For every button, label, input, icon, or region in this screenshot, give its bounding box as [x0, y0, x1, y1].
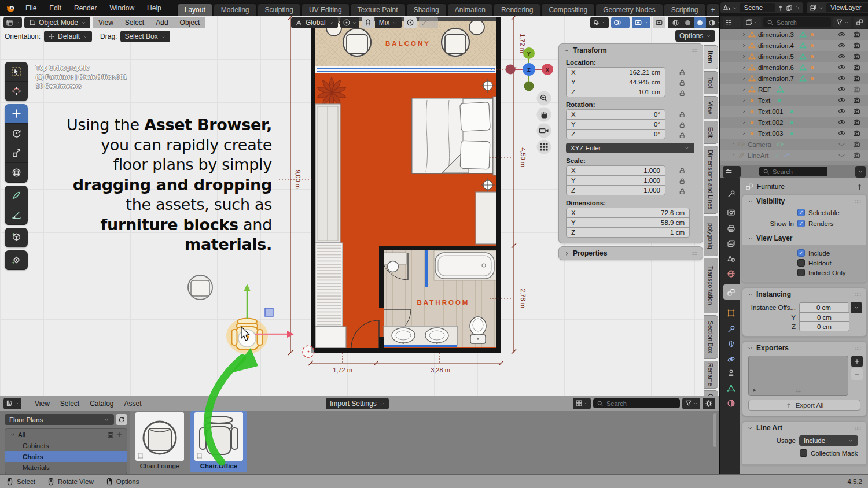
chevron-right-icon[interactable]: [741, 131, 746, 136]
menu-file[interactable]: File: [19, 1, 43, 15]
proportional-editing-toggle[interactable]: [404, 17, 417, 28]
menu-edit[interactable]: Edit: [43, 1, 68, 15]
properties-editor-type[interactable]: [723, 166, 741, 178]
properties-tab-constraints[interactable]: [722, 365, 740, 380]
blender-logo-icon[interactable]: [2, 3, 19, 13]
pivot-point-dropdown[interactable]: [340, 17, 359, 28]
properties-tab-output[interactable]: [722, 221, 740, 236]
chevron-down-icon[interactable]: [10, 432, 16, 438]
add-workspace-tab[interactable]: +: [707, 3, 720, 16]
outliner-item-dimension.5[interactable]: dimension.5a: [720, 51, 868, 62]
duplicate-icon[interactable]: [786, 5, 793, 12]
workspace-tab-texture-paint[interactable]: Texture Paint: [350, 3, 406, 16]
viewport-menu-view[interactable]: View: [93, 17, 119, 28]
tool-add-empty[interactable]: [5, 250, 28, 270]
sidebar-tab-dimensions-and-lines[interactable]: Dimensions and Lines: [704, 146, 718, 214]
outliner-item-text[interactable]: aTexta: [720, 95, 868, 106]
render-visibility-toggle[interactable]: [853, 151, 860, 159]
chevron-right-icon[interactable]: [741, 98, 746, 103]
import-settings-dropdown[interactable]: Import Settings: [326, 398, 389, 409]
render-visibility-toggle[interactable]: [853, 130, 860, 137]
shading-rendered-button[interactable]: [706, 17, 719, 28]
asset-search-input[interactable]: Search: [593, 398, 680, 408]
indirect-only-checkbox[interactable]: [797, 269, 805, 276]
line-art-usage-dropdown[interactable]: Include: [799, 435, 858, 446]
visibility-toggle[interactable]: [838, 86, 845, 93]
lock-open-icon[interactable]: [678, 167, 686, 174]
visibility-toggle[interactable]: [838, 75, 845, 82]
lock-open-icon[interactable]: [678, 121, 686, 128]
properties-tab-render[interactable]: [722, 205, 740, 220]
shading-wireframe-button[interactable]: [670, 17, 682, 28]
lock-open-icon[interactable]: [678, 110, 686, 118]
pan-hand-icon[interactable]: [537, 108, 551, 122]
properties-tab-modifiers[interactable]: [722, 321, 740, 337]
camera-icon[interactable]: [853, 31, 860, 38]
instance-offset-z-field[interactable]: 0 cm: [799, 321, 849, 331]
asset-menu-catalog[interactable]: Catalog: [84, 400, 119, 408]
camera-icon[interactable]: [853, 119, 860, 126]
asset-editor-type[interactable]: [3, 398, 21, 409]
pin-icon[interactable]: [777, 5, 784, 12]
asset-library-dropdown[interactable]: Floor Plans: [5, 414, 114, 425]
outliner-item-dimension.3[interactable]: dimension.3a: [720, 29, 868, 40]
field-y[interactable]: Y58.9 cm: [566, 217, 690, 228]
show-gizmos-toggle[interactable]: [590, 17, 609, 28]
lock-open-icon[interactable]: [678, 177, 686, 184]
properties-tab-scene[interactable]: [722, 251, 740, 266]
chevron-right-icon[interactable]: [741, 76, 746, 81]
catalog-cabinets[interactable]: Cabinets: [5, 440, 127, 451]
chevron-right-icon[interactable]: [731, 142, 736, 147]
properties-tab-collection[interactable]: [723, 284, 740, 300]
lock-open-icon[interactable]: [678, 187, 686, 195]
transform-orientation-dropdown[interactable]: Global: [291, 17, 338, 28]
rotation-mode-dropdown[interactable]: XYZ Euler: [566, 143, 694, 153]
render-visibility-toggle[interactable]: [853, 86, 860, 93]
visibility-toggle[interactable]: [838, 119, 845, 126]
sidebar-tab-edit[interactable]: Edit: [704, 121, 718, 144]
remove-exporter-button[interactable]: [851, 368, 863, 380]
tool-transform[interactable]: [5, 163, 28, 183]
sidebar-tab-cl[interactable]: CL: [704, 390, 718, 396]
lock-open-icon[interactable]: [678, 79, 686, 86]
chevron-right-icon[interactable]: [741, 109, 746, 114]
properties-tab-object[interactable]: [722, 305, 740, 320]
tool-cursor[interactable]: [5, 82, 28, 101]
camera-icon[interactable]: [853, 141, 860, 148]
eye-closed-icon[interactable]: [838, 151, 845, 159]
properties-tab-tool[interactable]: [722, 186, 740, 201]
outliner-item-camera[interactable]: Camera: [720, 139, 868, 150]
asset-menu-asset[interactable]: Asset: [119, 400, 147, 408]
visibility-toggle[interactable]: [838, 97, 845, 104]
workspace-tab-compositing[interactable]: Compositing: [541, 3, 595, 16]
workspace-tab-uv-editing[interactable]: UV Editing: [301, 3, 350, 16]
renders-checkbox[interactable]: ✓: [797, 220, 805, 227]
outliner-display-mode[interactable]: [723, 17, 741, 28]
display-mode-button[interactable]: [573, 398, 591, 409]
lock-open-icon[interactable]: [678, 68, 686, 76]
hide-toggle[interactable]: [838, 141, 845, 148]
plus-icon[interactable]: [116, 431, 123, 438]
visibility-toggle[interactable]: [838, 31, 845, 38]
outliner-filter-mode[interactable]: [743, 17, 761, 28]
asset-tile-chair-lounge[interactable]: Chair.Lounge: [134, 412, 186, 469]
visibility-toggle[interactable]: [838, 53, 845, 60]
camera-icon[interactable]: [853, 108, 860, 115]
catalog-materials[interactable]: Materials: [5, 462, 127, 473]
tool-rotate[interactable]: [5, 124, 28, 143]
sidebar-tab-polygoniq[interactable]: polygoniq: [704, 216, 718, 256]
camera-icon[interactable]: [853, 42, 860, 49]
outliner-item-lineart[interactable]: LineArt: [720, 150, 868, 161]
workspace-tab-layout[interactable]: Layout: [177, 3, 213, 16]
viewport-menu-object[interactable]: Object: [174, 17, 206, 28]
shading-solid-button[interactable]: [682, 17, 694, 28]
options-dropdown[interactable]: Options: [675, 30, 715, 42]
outliner-item-dimension.4[interactable]: dimension.4a: [720, 40, 868, 51]
3d-viewport[interactable]: BALCONY: [0, 16, 719, 396]
render-visibility-toggle[interactable]: [853, 108, 860, 115]
tool-move[interactable]: [5, 104, 28, 124]
eye-icon[interactable]: [838, 97, 845, 104]
camera-icon[interactable]: [853, 97, 860, 104]
selectable-checkbox[interactable]: ✓: [797, 209, 805, 216]
viewport-menu-add[interactable]: Add: [150, 17, 174, 28]
